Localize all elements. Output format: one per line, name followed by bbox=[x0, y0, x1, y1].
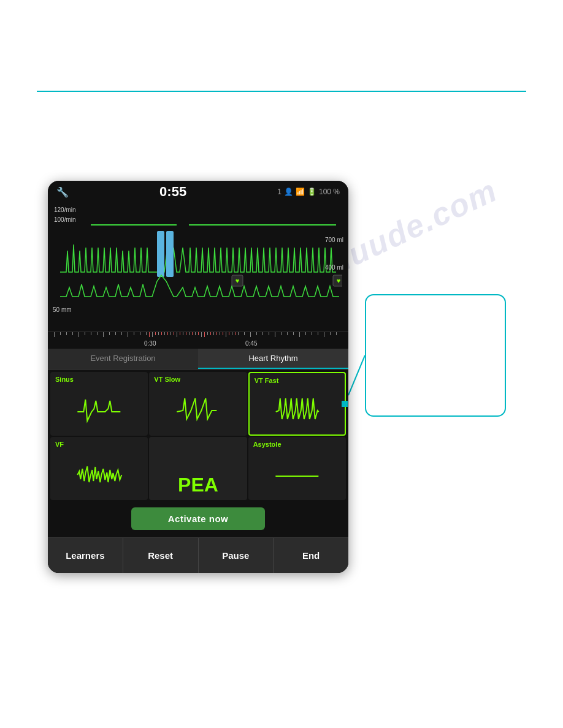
svg-rect-45 bbox=[275, 332, 275, 337]
svg-rect-11 bbox=[66, 332, 67, 335]
vt-fast-wave bbox=[255, 387, 340, 431]
end-button[interactable]: End bbox=[274, 538, 348, 573]
svg-rect-50 bbox=[305, 332, 306, 335]
svg-rect-37 bbox=[226, 332, 226, 337]
tool-icon: 🔧 bbox=[56, 186, 69, 198]
top-divider-line bbox=[37, 91, 526, 92]
svg-rect-30 bbox=[183, 332, 183, 335]
svg-rect-31 bbox=[189, 332, 190, 335]
learners-button[interactable]: Learners bbox=[48, 538, 123, 573]
svg-rect-35 bbox=[213, 332, 214, 335]
activate-area: Activate now bbox=[48, 502, 348, 537]
svg-rect-26 bbox=[158, 332, 159, 335]
vt-slow-cell[interactable]: VT Slow bbox=[149, 372, 247, 436]
svg-rect-19 bbox=[115, 332, 116, 335]
svg-rect-32 bbox=[195, 332, 196, 335]
svg-rect-28 bbox=[170, 332, 171, 335]
pea-cell[interactable]: PEA bbox=[149, 437, 247, 501]
vf-label: VF bbox=[55, 441, 64, 448]
svg-line-0 bbox=[348, 355, 365, 395]
rhythm-section: Sinus VT Slow bbox=[48, 370, 348, 537]
vt-fast-cell[interactable]: VT Fast bbox=[248, 372, 346, 436]
svg-text:♥: ♥ bbox=[236, 277, 240, 284]
user-count: 1 bbox=[277, 188, 282, 196]
reset-button[interactable]: Reset bbox=[123, 538, 199, 573]
asystole-wave bbox=[253, 450, 341, 497]
timer-display: 0:55 bbox=[69, 184, 277, 200]
svg-rect-34 bbox=[207, 332, 208, 335]
svg-rect-24 bbox=[146, 332, 147, 335]
svg-rect-27 bbox=[164, 332, 165, 335]
svg-rect-3 bbox=[157, 231, 164, 277]
svg-rect-59 bbox=[161, 332, 162, 335]
svg-rect-70 bbox=[229, 332, 229, 335]
battery-percent: 100 % bbox=[319, 188, 340, 196]
svg-rect-54 bbox=[330, 332, 331, 335]
svg-rect-21 bbox=[128, 332, 128, 337]
device-frame: 🔧 0:55 1 👤 📶 🔋 100 % 120/min 100/min 700… bbox=[48, 181, 348, 573]
waveform-svg: ♥ ♥ bbox=[54, 207, 342, 332]
vol-700-label: 700 ml bbox=[325, 237, 343, 243]
sinus-wave bbox=[55, 385, 143, 432]
svg-text:♥: ♥ bbox=[337, 277, 341, 284]
svg-rect-47 bbox=[287, 332, 288, 335]
svg-rect-40 bbox=[244, 332, 245, 335]
svg-rect-23 bbox=[140, 332, 140, 335]
callout-box bbox=[365, 294, 506, 417]
svg-text:0:45: 0:45 bbox=[245, 340, 258, 347]
svg-rect-49 bbox=[299, 332, 300, 337]
svg-rect-43 bbox=[262, 332, 263, 335]
svg-rect-4 bbox=[166, 231, 174, 277]
svg-rect-16 bbox=[97, 332, 98, 335]
connector-dot bbox=[342, 401, 348, 407]
bottom-nav: Learners Reset Pause End bbox=[48, 537, 348, 573]
wifi-icon: 📶 bbox=[296, 188, 305, 196]
vt-slow-wave bbox=[154, 385, 242, 432]
svg-rect-65 bbox=[198, 332, 199, 335]
svg-rect-48 bbox=[293, 332, 294, 335]
timeline: 0:30 0:45 bbox=[48, 332, 348, 349]
battery-icon: 🔋 bbox=[307, 188, 316, 196]
sinus-label: Sinus bbox=[55, 376, 74, 383]
svg-rect-33 bbox=[201, 332, 202, 337]
svg-rect-20 bbox=[121, 332, 122, 335]
svg-rect-22 bbox=[134, 332, 134, 335]
rate-100-label: 100/min bbox=[54, 216, 76, 223]
svg-rect-17 bbox=[103, 332, 104, 337]
svg-rect-58 bbox=[155, 332, 156, 335]
svg-rect-13 bbox=[79, 332, 79, 337]
svg-rect-52 bbox=[318, 332, 318, 335]
svg-rect-62 bbox=[180, 332, 180, 335]
asystole-cell[interactable]: Asystole bbox=[248, 437, 346, 501]
svg-rect-29 bbox=[177, 332, 177, 337]
vf-cell[interactable]: VF bbox=[50, 437, 148, 501]
svg-rect-44 bbox=[269, 332, 269, 335]
svg-rect-41 bbox=[250, 332, 251, 337]
tab-event-registration[interactable]: Event Registration bbox=[48, 349, 198, 369]
activate-now-button[interactable]: Activate now bbox=[131, 507, 266, 530]
svg-rect-71 bbox=[235, 332, 236, 335]
person-icon: 👤 bbox=[284, 188, 293, 196]
svg-rect-42 bbox=[256, 332, 257, 335]
tabs-container: Event Registration Heart Rhythm bbox=[48, 349, 348, 370]
svg-rect-25 bbox=[152, 332, 153, 337]
svg-rect-69 bbox=[223, 332, 223, 335]
svg-rect-10 bbox=[60, 332, 61, 335]
sinus-cell[interactable]: Sinus bbox=[50, 372, 148, 436]
status-bar: 🔧 0:55 1 👤 📶 🔋 100 % bbox=[48, 181, 348, 203]
svg-rect-51 bbox=[312, 332, 312, 335]
svg-rect-55 bbox=[336, 332, 337, 335]
svg-rect-12 bbox=[72, 332, 73, 335]
vt-slow-label: VT Slow bbox=[154, 376, 180, 383]
svg-rect-18 bbox=[109, 332, 110, 335]
pause-button[interactable]: Pause bbox=[199, 538, 274, 573]
svg-text:0:30: 0:30 bbox=[144, 340, 156, 347]
asystole-label: Asystole bbox=[253, 441, 282, 448]
vol-400-label: 400 ml bbox=[325, 264, 343, 271]
vf-wave bbox=[55, 450, 143, 497]
svg-rect-9 bbox=[54, 332, 55, 337]
mm-50-label: 50 mm bbox=[53, 306, 72, 313]
svg-rect-46 bbox=[281, 332, 282, 335]
rate-120-label: 120/min bbox=[54, 207, 76, 213]
tab-heart-rhythm[interactable]: Heart Rhythm bbox=[198, 349, 348, 369]
